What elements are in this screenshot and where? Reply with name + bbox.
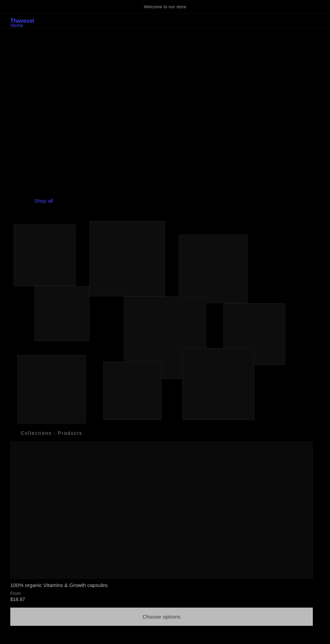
- product-thumb-4: [34, 286, 89, 341]
- product-thumb-7: [17, 355, 86, 423]
- product-image: [10, 441, 313, 579]
- hero-section: Shop all: [0, 29, 330, 217]
- product-thumb-8: [103, 362, 162, 420]
- nav-header: Thavesst: [0, 14, 330, 29]
- announcement-bar: Welcome to our store: [0, 0, 330, 14]
- product-grid: 100% organic Vitamins & Growth capsules …: [10, 441, 320, 626]
- choose-options-button[interactable]: Choose options: [10, 608, 313, 626]
- hero-shop-all-link[interactable]: Shop all: [34, 198, 53, 204]
- product-thumb-3: [179, 235, 248, 303]
- products-section: Collections · Products 100% organic Vita…: [0, 423, 330, 636]
- product-from-label: From: [10, 591, 313, 596]
- product-thumb-2: [89, 221, 165, 296]
- product-thumb-1: [14, 224, 76, 286]
- section-collection-label: Collections · Products: [10, 430, 320, 436]
- product-title: 100% organic Vitamins & Growth capsules: [10, 581, 313, 589]
- product-price: $18.87: [10, 597, 313, 602]
- product-thumb-9: [182, 348, 254, 420]
- announcement-text: Welcome to our store: [144, 4, 186, 9]
- product-card: 100% organic Vitamins & Growth capsules …: [10, 441, 313, 626]
- scattered-products-area: [0, 217, 330, 423]
- subscribe-section: Subscribe to our emails Be the first to …: [0, 636, 330, 644]
